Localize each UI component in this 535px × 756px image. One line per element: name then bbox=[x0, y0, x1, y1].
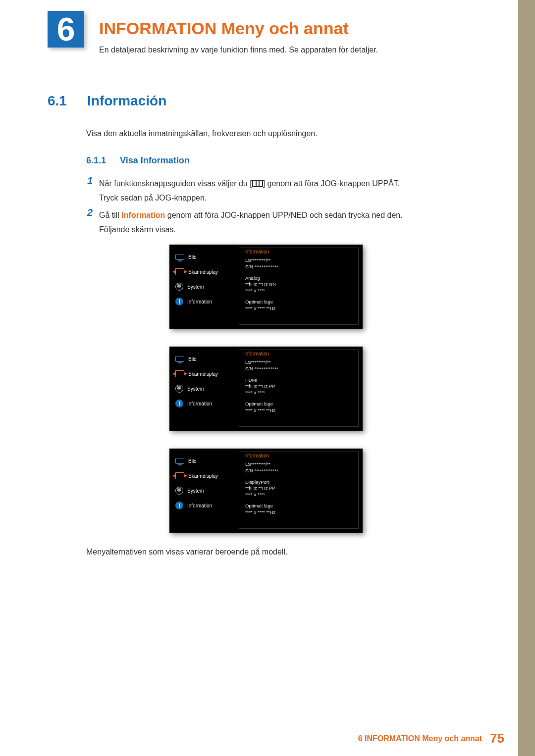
page-number: 75 bbox=[490, 731, 504, 746]
osd-item-bild: Bild bbox=[169, 454, 239, 468]
osd-label: System bbox=[187, 488, 204, 494]
osd-model: LS********/** bbox=[245, 257, 352, 264]
gear-icon bbox=[175, 385, 183, 393]
step-2-number: 2 bbox=[87, 207, 93, 218]
osd-panel-displayport: Bild Skärmdisplay System iInformation In… bbox=[169, 449, 363, 533]
osd-opt-val: **** x **** **Hz bbox=[245, 305, 352, 312]
step-1-number: 1 bbox=[87, 175, 93, 187]
subsection-number: 6.1.1 bbox=[86, 155, 106, 166]
display-icon bbox=[175, 370, 184, 377]
step-2-line2: Följande skärm visas. bbox=[99, 223, 476, 237]
osd-info-panel: Information LS********/** S/N:**********… bbox=[239, 452, 359, 529]
osd-serial: S/N:************* bbox=[245, 264, 352, 270]
osd-freq: **kHz **Hz PP bbox=[245, 383, 352, 390]
chapter-subtitle: En detaljerad beskrivning av varje funkt… bbox=[99, 46, 378, 54]
osd-item-display: Skärmdisplay bbox=[169, 264, 239, 279]
subsection-title: Visa Information bbox=[120, 155, 190, 166]
gear-icon bbox=[175, 283, 183, 291]
section-number: 6.1 bbox=[48, 93, 67, 109]
osd-info-panel: Information LS********/** S/N:**********… bbox=[239, 350, 359, 427]
osd-serial: S/N:************* bbox=[245, 366, 352, 372]
section-intro: Visa den aktuella inmatningskällan, frek… bbox=[86, 128, 318, 140]
osd-menu: Bild Skärmdisplay System iInformation bbox=[169, 250, 239, 309]
osd-opt-label: Optimalt läge bbox=[245, 401, 352, 407]
osd-item-information: iInformation bbox=[169, 396, 239, 411]
display-icon bbox=[175, 472, 184, 479]
osd-item-system: System bbox=[169, 483, 239, 498]
info-icon: i bbox=[175, 298, 183, 305]
osd-label: System bbox=[187, 284, 204, 290]
osd-res: **** x **** bbox=[245, 492, 352, 498]
menu-icon bbox=[252, 180, 263, 187]
monitor-icon bbox=[175, 254, 184, 260]
osd-source: DisplayPort bbox=[245, 479, 352, 486]
osd-serial: S/N:************* bbox=[245, 468, 352, 474]
osd-item-bild: Bild bbox=[169, 352, 239, 366]
osd-info-panel: Information LS********/** S/N:**********… bbox=[239, 248, 359, 325]
osd-label: System bbox=[187, 386, 204, 392]
osd-opt-label: Optimalt läge bbox=[245, 299, 352, 305]
monitor-icon bbox=[175, 356, 184, 362]
osd-label: Skärmdisplay bbox=[188, 269, 218, 275]
step-1-line1: När funktionsknappsguiden visas väljer d… bbox=[99, 177, 476, 191]
osd-panel-title: Information bbox=[239, 350, 358, 359]
osd-source: Analog bbox=[245, 275, 352, 282]
osd-item-system: System bbox=[169, 381, 239, 396]
osd-opt-label: Optimalt läge bbox=[245, 503, 352, 509]
osd-model: LS********/** bbox=[245, 461, 352, 468]
osd-panel-title: Information bbox=[239, 248, 358, 257]
side-accent-bar bbox=[518, 0, 535, 756]
osd-item-information: iInformation bbox=[169, 294, 239, 309]
osd-opt-val: **** x **** **Hz bbox=[245, 407, 352, 414]
osd-menu: Bild Skärmdisplay System iInformation bbox=[169, 454, 239, 513]
osd-label: Information bbox=[187, 401, 212, 406]
osd-label: Skärmdisplay bbox=[188, 371, 218, 377]
osd-panel-hdmi: Bild Skärmdisplay System iInformation In… bbox=[169, 347, 363, 431]
osd-item-system: System bbox=[169, 279, 239, 294]
step-1-post: ] genom att föra JOG-knappen UPPÅT. bbox=[263, 179, 400, 188]
display-icon bbox=[175, 268, 184, 275]
chapter-number-badge: 6 bbox=[48, 11, 84, 48]
osd-item-information: iInformation bbox=[169, 498, 239, 513]
osd-model: LS********/** bbox=[245, 359, 352, 366]
section-title: Información bbox=[87, 93, 166, 109]
info-icon: i bbox=[175, 400, 183, 407]
footnote: Menyalternativen som visas varierar bero… bbox=[86, 548, 287, 556]
step-2-pre: Gå till bbox=[99, 211, 121, 219]
osd-source: HDMI bbox=[245, 377, 352, 384]
page-footer: 6 INFORMATION Meny och annat 75 bbox=[358, 731, 504, 746]
osd-label: Skärmdisplay bbox=[188, 473, 218, 479]
osd-item-display: Skärmdisplay bbox=[169, 366, 239, 381]
osd-item-bild: Bild bbox=[169, 250, 239, 264]
osd-panel-title: Information bbox=[239, 452, 358, 461]
step-2-emphasis: Information bbox=[121, 211, 165, 219]
osd-res: **** x **** bbox=[245, 288, 352, 294]
osd-item-display: Skärmdisplay bbox=[169, 468, 239, 483]
osd-res: **** x **** bbox=[245, 390, 352, 396]
info-icon: i bbox=[175, 502, 183, 509]
osd-label: Bild bbox=[188, 254, 197, 260]
osd-label: Information bbox=[187, 299, 212, 304]
footer-chapter-ref: 6 INFORMATION Meny och annat bbox=[358, 734, 482, 743]
osd-opt-val: **** x **** **Hz bbox=[245, 509, 352, 516]
step-1-line2: Tryck sedan på JOG-knappen. bbox=[99, 191, 476, 205]
chapter-title: INFORMATION Meny och annat bbox=[99, 19, 349, 38]
gear-icon bbox=[175, 487, 183, 495]
osd-freq: **kHz **Hz PP bbox=[245, 485, 352, 492]
monitor-icon bbox=[175, 458, 184, 464]
osd-panel-analog: Bild Skärmdisplay System iInformation In… bbox=[169, 245, 363, 329]
step-2-line1: Gå till Information genom att föra JOG-k… bbox=[99, 208, 476, 223]
step-1-pre: När funktionsknappsguiden visas väljer d… bbox=[99, 179, 252, 188]
osd-label: Information bbox=[187, 503, 212, 508]
step-2-post: genom att föra JOG-knappen UPP/NED och s… bbox=[165, 211, 402, 219]
osd-label: Bild bbox=[188, 356, 197, 362]
osd-label: Bild bbox=[188, 458, 197, 464]
osd-menu: Bild Skärmdisplay System iInformation bbox=[169, 352, 239, 411]
osd-freq: **kHz **Hz NN bbox=[245, 281, 352, 288]
